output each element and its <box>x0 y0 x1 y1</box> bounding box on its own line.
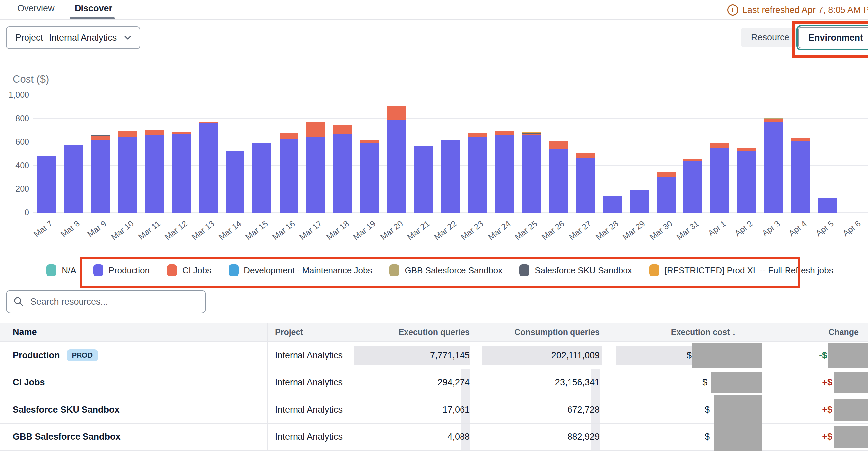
resources-table: Name Project Execution queries Consumpti… <box>0 323 868 451</box>
bar-segment-production <box>199 123 218 213</box>
bar-mar-14[interactable] <box>226 151 245 213</box>
bar-apr-1[interactable] <box>710 143 729 213</box>
project-filter-label: Project <box>15 33 43 43</box>
resource-name[interactable]: Salesforce SKU Sandbox <box>12 405 120 415</box>
column-header-execution-queries[interactable]: Execution queries <box>399 323 470 342</box>
bar-mar-21[interactable] <box>414 146 433 213</box>
bar-mar-7[interactable] <box>37 156 56 213</box>
bar-mar-18[interactable] <box>333 126 352 213</box>
column-header-project[interactable]: Project <box>275 323 303 342</box>
x-tick-label: Mar 11 <box>136 219 162 242</box>
project-filter-dropdown[interactable]: Project Internal Analytics <box>6 27 141 49</box>
prod-badge: PROD <box>67 349 98 361</box>
tab-discover[interactable]: Discover <box>74 3 112 13</box>
cost-redaction-box <box>711 372 762 393</box>
cost-currency-prefix: $ <box>702 378 707 388</box>
legend-item--restricted-prod-xl-full-refresh-jobs[interactable]: [RESTRICTED] Prod XL -- Full-Refresh job… <box>649 264 833 276</box>
bar-mar-30[interactable] <box>657 172 676 213</box>
bar-segment-production <box>710 148 729 213</box>
bar-segment-ci-jobs <box>683 159 702 161</box>
bar-mar-8[interactable] <box>64 145 83 213</box>
table-row-salesforce-sku-sandbox[interactable]: Salesforce SKU SandboxInternal Analytics… <box>0 396 868 423</box>
bar-mar-22[interactable] <box>441 140 460 213</box>
bar-mar-19[interactable] <box>361 140 379 213</box>
legend-item-gbb-salesforce-sandbox[interactable]: GBB Salesforce Sandbox <box>389 264 502 276</box>
bar-segment-ci-jobs <box>468 133 487 137</box>
bar-segment-production <box>576 158 595 213</box>
consumption-queries-cell: 202,111,009 <box>482 342 600 368</box>
bar-apr-5[interactable] <box>818 198 837 213</box>
x-tick-label: Mar 19 <box>351 219 378 242</box>
last-refreshed-text: Last refreshed Apr 7, 8:05 AM PDT <box>742 5 868 15</box>
bar-mar-31[interactable] <box>683 159 702 213</box>
bar-mar-24[interactable] <box>495 131 514 213</box>
legend-item-n-a[interactable]: N/A <box>46 264 76 276</box>
column-header-change[interactable]: Change <box>828 323 859 342</box>
resource-name[interactable]: Production <box>12 350 60 361</box>
legend-label: CI Jobs <box>182 265 211 276</box>
column-header-consumption-queries[interactable]: Consumption queries <box>515 323 600 342</box>
y-tick-label: 400 <box>3 161 29 170</box>
consumption-queries-cell: 23,156,341 <box>555 369 600 396</box>
bar-segment-production <box>630 190 649 213</box>
execution-cost-cell: $ <box>616 342 762 368</box>
environment-toggle-button[interactable]: Environment <box>799 27 868 49</box>
bar-mar-23[interactable] <box>468 133 487 213</box>
x-tick-label: Mar 17 <box>298 219 324 242</box>
active-tab-underline <box>69 17 115 19</box>
y-tick-label: 200 <box>3 184 29 194</box>
bar-apr-2[interactable] <box>738 148 756 213</box>
search-input[interactable] <box>30 296 199 307</box>
column-header-execution-cost[interactable]: Execution cost ↓ <box>671 323 736 342</box>
bar-mar-10[interactable] <box>118 131 137 213</box>
bar-mar-25[interactable] <box>522 132 541 213</box>
resource-toggle-button[interactable]: Resource <box>741 28 799 47</box>
bar-mar-12[interactable] <box>172 132 191 213</box>
table-row-gbb-salesforce-sandbox[interactable]: GBB Salesforce SandboxInternal Analytics… <box>0 423 868 450</box>
bar-mar-20[interactable] <box>387 106 406 213</box>
x-tick-label: Apr 1 <box>706 219 728 238</box>
bar-mar-11[interactable] <box>145 130 164 213</box>
project-cell: Internal Analytics <box>275 423 343 450</box>
table-row-ci-jobs[interactable]: CI JobsInternal Analytics294,27423,156,3… <box>0 368 868 396</box>
execution-queries-cell: 7,771,145 <box>354 342 470 368</box>
legend-label: Salesforce SKU Sandbox <box>535 265 632 276</box>
legend-item-ci-jobs[interactable]: CI Jobs <box>167 264 211 276</box>
consumption-queries-value: 202,111,009 <box>482 346 602 364</box>
bar-mar-28[interactable] <box>602 196 621 213</box>
legend-item-development-maintenance-jobs[interactable]: Development - Maintenance Jobs <box>228 264 372 276</box>
cost-redaction-box <box>692 343 762 367</box>
legend-item-salesforce-sku-sandbox[interactable]: Salesforce SKU Sandbox <box>520 264 632 276</box>
bar-mar-16[interactable] <box>280 133 299 213</box>
search-box <box>6 290 206 313</box>
table-body: ProductionPRODInternal Analytics7,771,14… <box>0 342 868 450</box>
bar-apr-3[interactable] <box>764 118 783 213</box>
bar-segment-production <box>602 196 621 213</box>
bar-segment-production <box>495 135 514 213</box>
resource-name[interactable]: GBB Salesforce Sandbox <box>12 432 121 442</box>
bar-mar-26[interactable] <box>549 141 568 213</box>
bar-mar-29[interactable] <box>630 190 649 213</box>
bar-segment-ci-jobs <box>145 130 164 135</box>
bar-apr-4[interactable] <box>791 138 810 213</box>
change-cell: +$ <box>822 423 868 450</box>
resource-name-cell: GBB Salesforce Sandbox <box>12 423 121 450</box>
bar-mar-15[interactable] <box>252 143 271 213</box>
resource-name[interactable]: CI Jobs <box>12 378 45 388</box>
cost-redaction-box <box>714 422 762 451</box>
bar-mar-27[interactable] <box>576 153 595 213</box>
legend-label: Development - Maintenance Jobs <box>244 265 372 276</box>
legend-label: GBB Salesforce Sandbox <box>404 265 502 276</box>
x-tick-label: Mar 27 <box>567 219 593 242</box>
tab-overview[interactable]: Overview <box>17 3 55 13</box>
bar-mar-13[interactable] <box>199 122 218 213</box>
bar-segment-production <box>361 143 379 213</box>
column-header-name[interactable]: Name <box>12 323 37 342</box>
bar-mar-17[interactable] <box>306 122 326 213</box>
x-tick-label: Mar 29 <box>621 219 647 242</box>
x-tick-label: Mar 30 <box>648 219 674 242</box>
sort-desc-icon[interactable]: ↓ <box>732 327 737 337</box>
bar-mar-9[interactable] <box>91 135 110 213</box>
legend-item-production[interactable]: Production <box>93 264 150 276</box>
table-row-production[interactable]: ProductionPRODInternal Analytics7,771,14… <box>0 342 868 368</box>
